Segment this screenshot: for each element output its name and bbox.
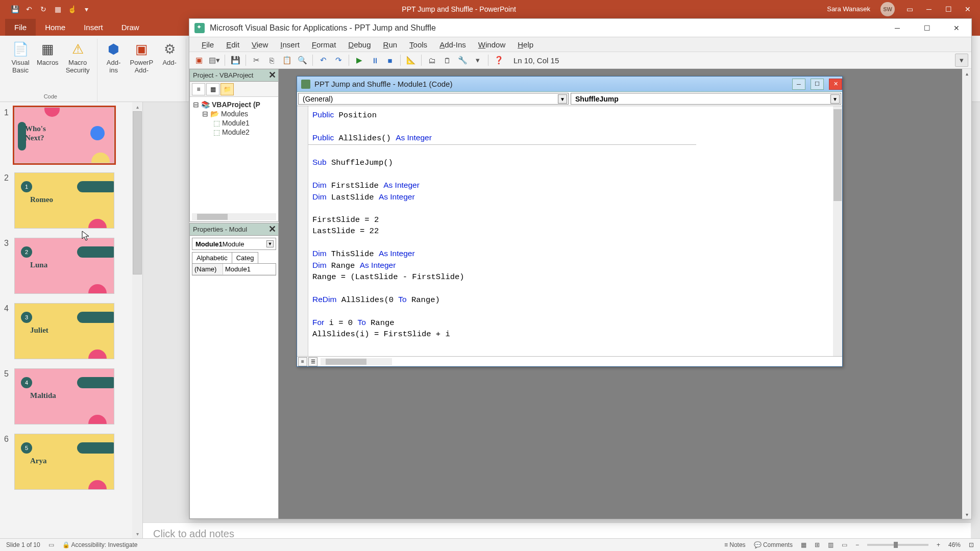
code-hscroll[interactable] (321, 358, 392, 365)
vba-minimize-icon[interactable]: ─ (883, 19, 912, 37)
toolbox-icon[interactable]: ▾ (471, 54, 484, 67)
zoom-percent[interactable]: 46% (948, 541, 961, 548)
menu-help[interactable]: Help (512, 39, 538, 51)
paste-icon[interactable]: 📋 (280, 54, 293, 67)
prop-name-value[interactable]: Module1 (223, 264, 276, 274)
chevron-down-icon[interactable]: ▼ (558, 94, 567, 104)
code-close-icon[interactable]: ✕ (829, 79, 842, 90)
undo-icon[interactable]: ↶ (316, 54, 330, 67)
tab-draw[interactable]: Draw (112, 19, 149, 36)
notes-button[interactable]: ≡ Notes (724, 541, 746, 548)
view-code-icon[interactable]: ≡ (192, 83, 205, 95)
slide-thumbnail[interactable]: Who'sNext? (14, 107, 114, 163)
properties-object-combo[interactable]: Module1 Module ▼ (192, 238, 276, 250)
chevron-down-icon[interactable]: ▼ (266, 240, 274, 247)
slide-thumbnail[interactable]: 1Romeo (14, 172, 114, 229)
save-icon[interactable]: 💾 (229, 54, 242, 67)
code-vscroll[interactable] (833, 106, 842, 356)
tab-home[interactable]: Home (36, 19, 75, 36)
module2-node[interactable]: Module2 (222, 128, 250, 136)
scroll-up-icon[interactable]: ▴ (962, 69, 971, 78)
menu-debug[interactable]: Debug (343, 39, 376, 51)
save-icon[interactable]: 💾 (10, 5, 19, 14)
slide-counter[interactable]: Slide 1 of 10 (6, 541, 40, 548)
slide-row[interactable]: 65Arya (4, 434, 133, 490)
procedure-view-icon[interactable]: ≡ (298, 357, 307, 366)
modules-folder[interactable]: Modules (221, 110, 248, 118)
scroll-down-icon[interactable]: ▾ (962, 510, 971, 519)
project-pane-close-icon[interactable]: ✕ (267, 70, 277, 80)
code-maximize-icon[interactable]: ☐ (811, 79, 824, 90)
ppt-addins-button[interactable]: ▣ PowerP Add- (127, 39, 157, 76)
menu-view[interactable]: View (247, 39, 273, 51)
ribbon-options-icon[interactable]: ▭ (905, 5, 914, 14)
redo-icon[interactable]: ↷ (332, 54, 345, 67)
visual-basic-button[interactable]: 📄 Visual Basic (8, 39, 33, 76)
reading-view-icon[interactable]: ▥ (828, 541, 834, 548)
vba-main-scrollbar[interactable]: ▴ ▾ (962, 69, 971, 519)
redo-icon[interactable]: ↻ (39, 5, 48, 14)
zoom-in-icon[interactable]: + (937, 541, 940, 548)
macro-security-button[interactable]: ⚠ Macro Security (63, 39, 93, 76)
object-browser-icon[interactable]: 🔧 (456, 54, 469, 67)
slide-thumbnail[interactable]: 4Maltida (14, 368, 114, 424)
slideshow-view-icon[interactable]: ▭ (842, 541, 847, 548)
run-icon[interactable]: ▶ (353, 54, 366, 67)
help-icon[interactable]: ❓ (492, 54, 505, 67)
accessibility-status[interactable]: 🔒 Accessibility: Investigate (62, 541, 138, 548)
tab-file[interactable]: File (5, 19, 36, 36)
slide-thumbnail-panel[interactable]: 1Who'sNext?21Romeo32Luna43Juliet54Maltid… (0, 102, 143, 538)
menu-run[interactable]: Run (378, 39, 403, 51)
slide-row[interactable]: 54Maltida (4, 368, 133, 424)
project-pane-title[interactable]: Project - VBAProject ✕ (190, 69, 278, 82)
slide-row[interactable]: 21Romeo (4, 172, 133, 229)
menu-tools[interactable]: Tools (404, 39, 432, 51)
object-combo[interactable]: (General)▼ (298, 93, 569, 105)
tab-insert[interactable]: Insert (75, 19, 112, 36)
code-margin[interactable] (297, 106, 308, 356)
zoom-slider[interactable] (867, 544, 928, 546)
full-module-view-icon[interactable]: ☰ (308, 357, 317, 366)
properties-close-icon[interactable]: ✕ (267, 224, 277, 234)
maximize-icon[interactable]: ☐ (944, 5, 953, 14)
chevron-down-icon[interactable]: ▼ (830, 94, 840, 104)
zoom-out-icon[interactable]: − (855, 541, 859, 548)
fit-window-icon[interactable]: ⊡ (969, 541, 974, 548)
close-icon[interactable]: ✕ (963, 5, 972, 14)
menu-add-ins[interactable]: Add-Ins (434, 39, 471, 51)
tab-categorized[interactable]: Categ (232, 252, 259, 263)
code-vscroll-thumb[interactable] (834, 109, 842, 201)
menu-file[interactable]: File (197, 39, 219, 51)
project-hscroll[interactable] (192, 213, 276, 220)
slide-row[interactable]: 43Juliet (4, 303, 133, 359)
find-icon[interactable]: 🔍 (296, 54, 309, 67)
project-root[interactable]: VBAProject (P (212, 101, 260, 109)
menu-edit[interactable]: Edit (221, 39, 244, 51)
touch-icon[interactable]: ☝ (67, 5, 77, 14)
com-addins-button[interactable]: ⚙ Add- (157, 39, 182, 76)
code-minimize-icon[interactable]: ─ (792, 79, 805, 90)
menu-format[interactable]: Format (307, 39, 341, 51)
code-editor[interactable]: Public Position Public AllSlides() As In… (308, 106, 833, 356)
comments-button[interactable]: 💬 Comments (754, 541, 793, 548)
view-object-icon[interactable]: ▦ (206, 83, 219, 95)
slide-row[interactable]: 32Luna (4, 238, 133, 294)
project-explorer-icon[interactable]: 🗂 (425, 54, 438, 67)
project-hscroll-thumb[interactable] (197, 214, 228, 220)
user-avatar[interactable]: SW (880, 2, 895, 16)
module1-node[interactable]: Module1 (222, 119, 250, 127)
toolbar-more-icon[interactable]: ▾ (955, 54, 968, 67)
scroll-up-icon[interactable]: ▴ (132, 102, 142, 111)
break-icon[interactable]: ⏸ (368, 54, 381, 67)
sorter-view-icon[interactable]: ⊞ (815, 541, 820, 548)
code-window-titlebar[interactable]: PPT Jump and Shuffle - Module1 (Code) ─ … (297, 77, 842, 92)
slide-thumbnail[interactable]: 3Juliet (14, 303, 114, 359)
vba-close-icon[interactable]: ✕ (942, 19, 971, 37)
vba-titlebar[interactable]: Microsoft Visual Basic for Applications … (189, 19, 971, 37)
qat-more-icon[interactable]: ▾ (82, 5, 91, 14)
code-hscroll-thumb[interactable] (326, 359, 366, 365)
scroll-down-icon[interactable]: ▾ (132, 529, 142, 538)
minimize-icon[interactable]: ─ (924, 5, 934, 14)
addins-button[interactable]: ⬢ Add- ins (102, 39, 126, 76)
undo-icon[interactable]: ↶ (24, 5, 34, 14)
